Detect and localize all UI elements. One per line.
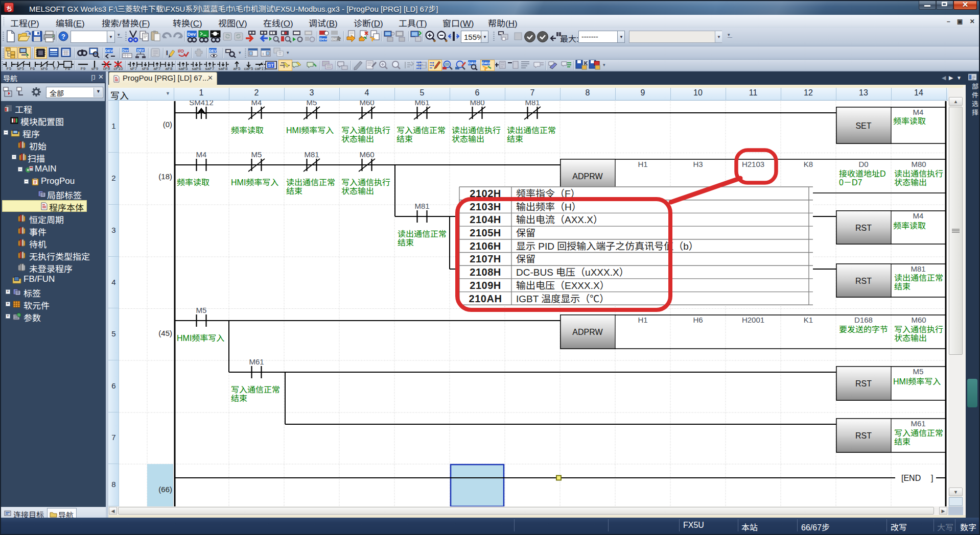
svg-text:读出通信正常: 读出通信正常 — [507, 126, 556, 135]
svg-text:ADPRW: ADPRW — [572, 172, 603, 181]
svg-text:M5: M5 — [913, 367, 924, 376]
svg-text:DEV: DEV — [209, 49, 217, 53]
svg-text:Dev: Dev — [188, 32, 196, 37]
svg-text:结束: 结束 — [507, 135, 523, 143]
svg-text:2107H: 2107H — [470, 253, 501, 264]
svg-text:HMI频率写入: HMI频率写入 — [177, 334, 224, 343]
svg-text:HMI频率写入: HMI频率写入 — [893, 377, 941, 386]
svg-text:]: ] — [931, 474, 933, 482]
svg-text:RST: RST — [855, 277, 872, 285]
svg-text:RST: RST — [855, 224, 872, 232]
svg-text:M61: M61 — [249, 357, 264, 366]
svg-text:M81: M81 — [414, 202, 429, 210]
svg-text:输出电流（AXX.X）: 输出电流（AXX.X） — [516, 214, 603, 225]
svg-text:写入通信执行: 写入通信执行 — [341, 178, 390, 187]
svg-text:M61: M61 — [911, 419, 925, 428]
svg-text:M4: M4 — [913, 211, 924, 220]
svg-text:M61: M61 — [414, 101, 429, 107]
svg-text:M81: M81 — [525, 101, 540, 107]
svg-text:2103H: 2103H — [470, 201, 501, 212]
svg-text:状态输出: 状态输出 — [341, 135, 374, 143]
svg-text:H1: H1 — [638, 160, 647, 168]
svg-text:结束: 结束 — [396, 135, 413, 143]
svg-text:要发送的字节: 要发送的字节 — [839, 325, 888, 334]
svg-text:M4: M4 — [251, 101, 262, 107]
svg-text:M60: M60 — [911, 315, 926, 324]
svg-text:状态输出: 状态输出 — [894, 178, 927, 187]
svg-text:H2103: H2103 — [742, 160, 764, 168]
svg-text:频率读取: 频率读取 — [893, 117, 926, 126]
svg-text:RST: RST — [855, 431, 872, 440]
svg-text:保留: 保留 — [516, 254, 535, 264]
svg-text:状态输出: 状态输出 — [452, 135, 484, 143]
svg-text:I/O: I/O — [178, 48, 184, 54]
svg-text:输出电压（EXXX.X）: 输出电压（EXXX.X） — [516, 280, 610, 291]
svg-text:H6: H6 — [693, 315, 703, 324]
svg-text:D0: D0 — [858, 160, 868, 168]
svg-text:SET: SET — [855, 121, 871, 130]
svg-text:(66): (66) — [158, 485, 172, 494]
svg-text:2104H: 2104H — [470, 214, 501, 225]
svg-text:2108H: 2108H — [470, 266, 501, 278]
svg-text:写入通信正常: 写入通信正常 — [396, 126, 446, 135]
svg-text:Dev: Dev — [319, 37, 327, 41]
svg-text:M81: M81 — [304, 150, 319, 159]
svg-text:DEV: DEV — [137, 48, 144, 52]
svg-text:M81: M81 — [911, 264, 925, 273]
svg-text:写入通信正常: 写入通信正常 — [894, 429, 943, 437]
svg-text:结束: 结束 — [231, 394, 247, 403]
svg-text:M5: M5 — [251, 150, 262, 159]
svg-text:(0): (0) — [163, 120, 172, 129]
svg-text:结束: 结束 — [286, 187, 302, 196]
svg-text:M4: M4 — [196, 150, 207, 159]
svg-text:M80: M80 — [470, 101, 484, 107]
svg-text:读出通信执行: 读出通信执行 — [894, 169, 943, 178]
svg-text:写入通信正常: 写入通信正常 — [231, 385, 280, 394]
svg-text:H2001: H2001 — [742, 315, 764, 324]
svg-text:(18): (18) — [158, 172, 172, 181]
svg-text:Dev: Dev — [123, 48, 129, 52]
svg-text:H3: H3 — [693, 160, 703, 168]
svg-text:2109H: 2109H — [470, 280, 501, 291]
svg-text:H1: H1 — [638, 315, 647, 324]
svg-text:M60: M60 — [359, 150, 374, 159]
svg-text:HMI频率写入: HMI频率写入 — [286, 126, 334, 135]
svg-text:接收道地址D: 接收道地址D — [839, 169, 886, 178]
svg-text:结束: 结束 — [398, 238, 414, 247]
svg-text:M4: M4 — [913, 108, 924, 116]
svg-text:D168: D168 — [854, 315, 873, 324]
svg-text:M5: M5 — [307, 101, 317, 107]
svg-text:读出通信正常: 读出通信正常 — [286, 178, 335, 187]
svg-text:读出通信执行: 读出通信执行 — [452, 126, 501, 135]
svg-text:DEV: DEV — [105, 48, 113, 53]
svg-text:输出频率（H）: 输出频率（H） — [516, 202, 581, 212]
svg-text:M80: M80 — [911, 160, 926, 168]
svg-text:IGBT 温度显示（℃）: IGBT 温度显示（℃） — [516, 294, 609, 304]
svg-text:M60: M60 — [359, 101, 374, 107]
svg-text:?: ? — [61, 33, 65, 40]
svg-text:状态输出: 状态输出 — [894, 334, 927, 343]
svg-text:结束: 结束 — [894, 282, 911, 291]
svg-text:频率读取: 频率读取 — [893, 222, 926, 230]
svg-text:210AH: 210AH — [469, 293, 502, 304]
svg-text:2105H: 2105H — [470, 227, 501, 238]
svg-text:K1: K1 — [804, 315, 813, 324]
svg-text:SM412: SM412 — [189, 101, 214, 107]
svg-text:2106H: 2106H — [470, 240, 501, 252]
svg-text:M5: M5 — [196, 306, 207, 314]
svg-text:频率读取: 频率读取 — [177, 178, 209, 187]
svg-text:DAU: DAU — [482, 61, 490, 65]
svg-text:结束: 结束 — [894, 437, 911, 446]
svg-text:i: i — [263, 52, 264, 56]
svg-text:读出通信正常: 读出通信正常 — [398, 230, 447, 238]
svg-text:读出通信正常: 读出通信正常 — [894, 274, 943, 282]
svg-text:(45): (45) — [158, 329, 172, 337]
svg-text:写入通信执行: 写入通信执行 — [894, 325, 943, 334]
svg-text:ADPRW: ADPRW — [572, 328, 603, 336]
svg-text:RST: RST — [855, 379, 872, 388]
svg-text:HMI频率写入: HMI频率写入 — [231, 178, 278, 187]
svg-text:频率读取: 频率读取 — [231, 126, 264, 135]
svg-text:[END: [END — [901, 474, 921, 482]
svg-text:K8: K8 — [804, 160, 813, 168]
svg-text:状态输出: 状态输出 — [341, 187, 374, 196]
